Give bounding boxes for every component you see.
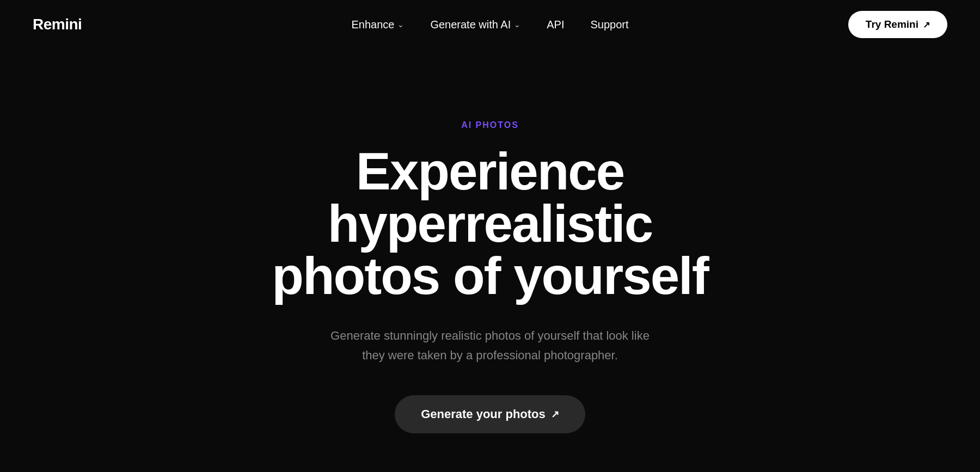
hero-title-line2: photos of yourself bbox=[272, 247, 708, 305]
try-remini-label: Try Remini bbox=[866, 19, 918, 30]
generate-photos-button[interactable]: Generate your photos ↗ bbox=[395, 395, 585, 433]
hero-section: AI PHOTOS Experience hyperrealistic phot… bbox=[0, 49, 980, 472]
try-remini-button[interactable]: Try Remini ↗ bbox=[848, 11, 947, 38]
hero-subtitle: Generate stunningly realistic photos of … bbox=[321, 326, 659, 364]
nav-item-generate[interactable]: Generate with AI ⌄ bbox=[430, 19, 520, 31]
generate-photos-label: Generate your photos bbox=[421, 407, 546, 421]
external-link-icon: ↗ bbox=[551, 408, 559, 420]
nav-item-enhance[interactable]: Enhance ⌄ bbox=[351, 19, 404, 31]
logo[interactable]: Remini bbox=[33, 16, 82, 33]
header: Remini Enhance ⌄ Generate with AI ⌄ API … bbox=[0, 0, 980, 49]
hero-title-line1: Experience hyperrealistic bbox=[328, 142, 652, 253]
chevron-down-icon: ⌄ bbox=[397, 20, 404, 29]
chevron-down-icon: ⌄ bbox=[514, 20, 520, 29]
nav: Enhance ⌄ Generate with AI ⌄ API Support bbox=[351, 19, 628, 31]
nav-label-generate: Generate with AI bbox=[430, 19, 511, 31]
hero-badge: AI PHOTOS bbox=[461, 120, 519, 130]
nav-item-support[interactable]: Support bbox=[591, 19, 629, 31]
nav-label-support: Support bbox=[591, 19, 629, 31]
nav-label-api: API bbox=[547, 19, 564, 31]
external-link-icon: ↗ bbox=[923, 20, 930, 30]
nav-item-api[interactable]: API bbox=[547, 19, 564, 31]
hero-title: Experience hyperrealistic photos of your… bbox=[191, 145, 789, 302]
nav-label-enhance: Enhance bbox=[351, 19, 394, 31]
